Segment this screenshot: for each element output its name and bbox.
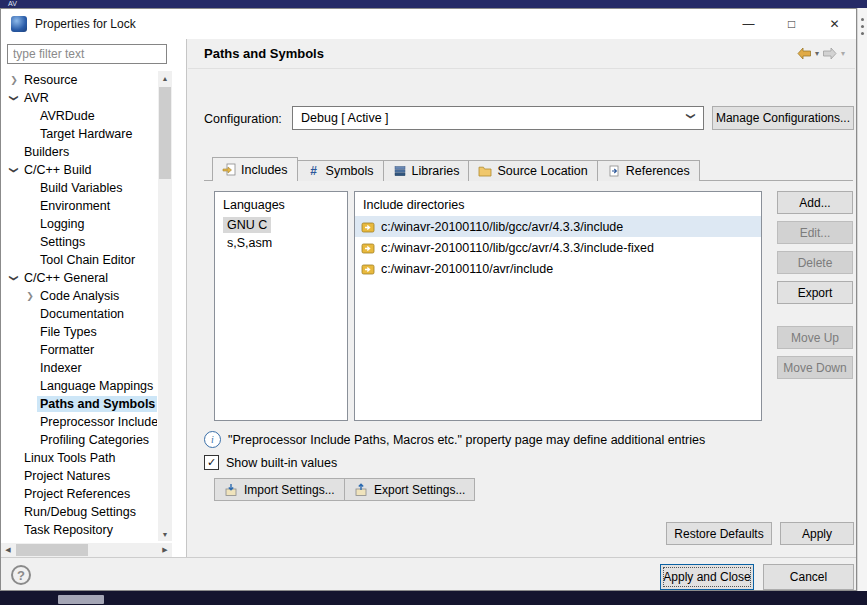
forward-dropdown-icon[interactable]: ▾ bbox=[841, 49, 845, 58]
back-button[interactable] bbox=[796, 47, 812, 60]
tree-item-linux-tools-path[interactable]: ❯Linux Tools Path bbox=[1, 449, 157, 467]
close-button[interactable]: ✕ bbox=[813, 9, 856, 39]
apply-button[interactable]: Apply bbox=[780, 522, 854, 545]
filter-input[interactable] bbox=[7, 44, 167, 64]
tree-item-label[interactable]: C/C++ General bbox=[21, 270, 111, 286]
titlebar[interactable]: Properties for Lock — □ ✕ bbox=[1, 9, 856, 39]
tree-item-run-debug-settings[interactable]: ❯Run/Debug Settings bbox=[1, 503, 157, 521]
expanded-chevron-icon[interactable]: ❯ bbox=[5, 163, 23, 177]
tree-item-label[interactable]: AVR bbox=[21, 90, 52, 106]
manage-configurations-button[interactable]: Manage Configurations... bbox=[712, 106, 854, 130]
include-directory-row[interactable]: c:/winavr-20100110/avr/include bbox=[355, 258, 761, 279]
tree-item-formatter[interactable]: ❯Formatter bbox=[1, 341, 157, 359]
tree-item-label[interactable]: Target Hardware bbox=[37, 126, 135, 142]
export-button[interactable]: Export bbox=[777, 281, 853, 304]
export-settings-button[interactable]: Export Settings... bbox=[344, 478, 475, 501]
tree-item-label[interactable]: Project Natures bbox=[21, 468, 113, 484]
forward-button[interactable] bbox=[822, 47, 838, 60]
tree-item-project-natures[interactable]: ❯Project Natures bbox=[1, 467, 157, 485]
tree-item-indexer[interactable]: ❯Indexer bbox=[1, 359, 157, 377]
expanded-chevron-icon[interactable]: ❯ bbox=[5, 271, 23, 285]
maximize-button[interactable]: □ bbox=[770, 9, 813, 39]
tree-item-c-c-build[interactable]: ❯C/C++ Build bbox=[1, 161, 157, 179]
add-button[interactable]: Add... bbox=[777, 191, 853, 214]
move-up-button[interactable]: Move Up bbox=[777, 326, 853, 349]
tree-item-build-variables[interactable]: ❯Build Variables bbox=[1, 179, 157, 197]
tree-item-label[interactable]: Settings bbox=[37, 234, 88, 250]
tree-item-task-repository[interactable]: ❯Task Repository bbox=[1, 521, 157, 539]
tree-item-paths-and-symbols[interactable]: ❯Paths and Symbols bbox=[1, 395, 157, 413]
language-item-gnu-c[interactable]: GNU C bbox=[223, 217, 271, 233]
cancel-button[interactable]: Cancel bbox=[763, 564, 854, 590]
tree-item-environment[interactable]: ❯Environment bbox=[1, 197, 157, 215]
tree-item-resource[interactable]: ❯Resource bbox=[1, 71, 157, 89]
tree-item-label[interactable]: Task Repository bbox=[21, 522, 116, 538]
tree-item-builders[interactable]: ❯Builders bbox=[1, 143, 157, 161]
tree-item-label[interactable]: Code Analysis bbox=[37, 288, 122, 304]
vertical-scroll-thumb[interactable] bbox=[159, 87, 171, 179]
tree-item-tool-chain-editor[interactable]: ❯Tool Chain Editor bbox=[1, 251, 157, 269]
tree-horizontal-scrollbar[interactable]: ◀ ▶ bbox=[1, 543, 172, 557]
tree-item-label[interactable]: C/C++ Build bbox=[21, 162, 94, 178]
apply-and-close-button[interactable]: Apply and Close bbox=[660, 564, 754, 590]
tree-item-label[interactable]: Builders bbox=[21, 144, 72, 160]
tree-item-label[interactable]: File Types bbox=[37, 324, 100, 340]
tree-item-label[interactable]: Logging bbox=[37, 216, 88, 232]
scroll-down-icon[interactable]: ▼ bbox=[158, 527, 172, 541]
include-directory-row[interactable]: c:/winavr-20100110/lib/gcc/avr/4.3.3/inc… bbox=[355, 216, 761, 237]
tree-item-label[interactable]: Formatter bbox=[37, 342, 97, 358]
tree-vertical-scrollbar[interactable]: ▲ ▼ bbox=[158, 71, 172, 541]
move-down-button[interactable]: Move Down bbox=[777, 356, 853, 379]
language-item-s-s-asm[interactable]: s,S,asm bbox=[223, 235, 276, 251]
tab-source-location[interactable]: Source Location bbox=[469, 160, 597, 181]
collapsed-chevron-icon[interactable]: ❯ bbox=[7, 71, 21, 89]
horizontal-scroll-thumb[interactable] bbox=[16, 544, 88, 556]
tree-item-profiling-categories[interactable]: ❯Profiling Categories bbox=[1, 431, 157, 449]
tree-item-language-mappings[interactable]: ❯Language Mappings bbox=[1, 377, 157, 395]
tree-item-label[interactable]: Linux Tools Path bbox=[21, 450, 119, 466]
checkbox-checked-icon[interactable] bbox=[204, 455, 219, 470]
tree-item-label[interactable]: Preprocessor Include bbox=[37, 414, 157, 430]
tab-libraries[interactable]: Libraries bbox=[384, 160, 470, 181]
tree-item-label[interactable]: AVRDude bbox=[37, 108, 98, 124]
tree-item-label[interactable]: Paths and Symbols bbox=[37, 396, 157, 412]
edit-button[interactable]: Edit... bbox=[777, 221, 853, 244]
tree-item-project-references[interactable]: ❯Project References bbox=[1, 485, 157, 503]
horizontal-scroll-track[interactable] bbox=[15, 544, 158, 556]
tree-item-documentation[interactable]: ❯Documentation bbox=[1, 305, 157, 323]
scroll-right-icon[interactable]: ▶ bbox=[158, 543, 172, 557]
tree-item-label[interactable]: Tool Chain Editor bbox=[37, 252, 138, 268]
tree-item-logging[interactable]: ❯Logging bbox=[1, 215, 157, 233]
tree-item-target-hardware[interactable]: ❯Target Hardware bbox=[1, 125, 157, 143]
tree-item-label[interactable]: Project References bbox=[21, 486, 133, 502]
tab-symbols[interactable]: #Symbols bbox=[298, 160, 384, 181]
restore-defaults-button[interactable]: Restore Defaults bbox=[666, 522, 772, 545]
tree-item-label[interactable]: Resource bbox=[21, 72, 81, 88]
tree-item-c-c-general[interactable]: ❯C/C++ General bbox=[1, 269, 157, 287]
tree-item-label[interactable]: Indexer bbox=[37, 360, 85, 376]
tree-item-settings[interactable]: ❯Settings bbox=[1, 233, 157, 251]
minimize-button[interactable]: — bbox=[727, 9, 770, 39]
tree-item-label[interactable]: Language Mappings bbox=[37, 378, 156, 394]
tree-item-preprocessor-include[interactable]: ❯Preprocessor Include bbox=[1, 413, 157, 431]
back-dropdown-icon[interactable]: ▾ bbox=[815, 49, 819, 58]
tree-item-code-analysis[interactable]: ❯Code Analysis bbox=[1, 287, 157, 305]
import-settings-button[interactable]: Import Settings... bbox=[214, 478, 345, 501]
tree-item-avr[interactable]: ❯AVR bbox=[1, 89, 157, 107]
configuration-select[interactable]: Debug [ Active ] ❯ bbox=[292, 106, 704, 130]
tree-item-label[interactable]: Run/Debug Settings bbox=[21, 504, 139, 520]
scroll-up-icon[interactable]: ▲ bbox=[158, 71, 172, 85]
tree-item-file-types[interactable]: ❯File Types bbox=[1, 323, 157, 341]
tree-item-label[interactable]: Profiling Categories bbox=[37, 432, 152, 448]
tab-includes[interactable]: Includes bbox=[212, 157, 298, 181]
scroll-left-icon[interactable]: ◀ bbox=[1, 543, 15, 557]
expanded-chevron-icon[interactable]: ❯ bbox=[5, 91, 23, 105]
collapsed-chevron-icon[interactable]: ❯ bbox=[23, 287, 37, 305]
tree-item-label[interactable]: Documentation bbox=[37, 306, 127, 322]
include-directory-row[interactable]: c:/winavr-20100110/lib/gcc/avr/4.3.3/inc… bbox=[355, 237, 761, 258]
tree-item-label[interactable]: Build Variables bbox=[37, 180, 125, 196]
delete-button[interactable]: Delete bbox=[777, 251, 853, 274]
tree-item-label[interactable]: Environment bbox=[37, 198, 113, 214]
help-button[interactable]: ? bbox=[11, 565, 31, 585]
tab-references[interactable]: References bbox=[598, 160, 700, 181]
